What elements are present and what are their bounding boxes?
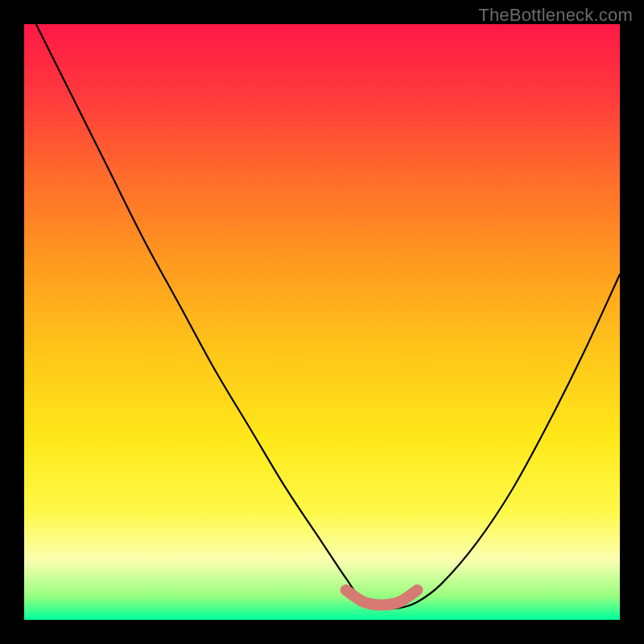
plot-area	[24, 24, 620, 620]
gradient-background	[24, 24, 620, 620]
plot-svg	[24, 24, 620, 620]
chart-frame: TheBottleneck.com	[0, 0, 644, 644]
watermark-text: TheBottleneck.com	[478, 5, 633, 26]
